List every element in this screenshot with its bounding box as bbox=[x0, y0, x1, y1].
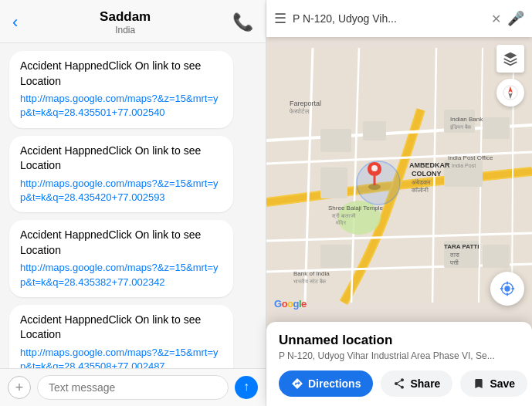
send-button[interactable]: ↑ bbox=[235, 376, 258, 399]
svg-text:AMBEDKAR: AMBEDKAR bbox=[409, 161, 450, 169]
share-icon bbox=[393, 377, 405, 390]
chat-contact-info: Saddam India bbox=[18, 9, 232, 36]
svg-text:श्री बालाजी: श्री बालाजी bbox=[331, 213, 356, 219]
contact-country: India bbox=[18, 25, 232, 36]
message-text-4: Accident HappnedClick On link to see Loc… bbox=[20, 313, 222, 343]
map-layers-button[interactable] bbox=[496, 45, 524, 73]
add-button[interactable]: + bbox=[8, 376, 31, 399]
message-input[interactable] bbox=[37, 375, 229, 400]
svg-text:Fareportal: Fareportal bbox=[290, 100, 321, 107]
svg-point-44 bbox=[504, 286, 510, 291]
back-button[interactable]: ‹ bbox=[12, 12, 18, 32]
message-link-2[interactable]: http://maps.google.com/maps?&z=15&mrt=yp… bbox=[20, 177, 222, 205]
svg-rect-18 bbox=[483, 245, 510, 268]
svg-text:तारा: तारा bbox=[449, 252, 459, 259]
directions-icon bbox=[291, 377, 303, 390]
share-button[interactable]: Share bbox=[381, 370, 452, 397]
menu-icon[interactable]: ☰ bbox=[274, 10, 286, 27]
svg-text:फेरपोर्टल: फेरपोर्टल bbox=[289, 107, 310, 115]
directions-button[interactable]: Directions bbox=[279, 370, 373, 397]
my-location-button[interactable] bbox=[490, 272, 524, 306]
message-bubble-4: Accident HappnedClick On link to see Loc… bbox=[9, 305, 233, 368]
compass-button[interactable] bbox=[496, 79, 524, 107]
message-link-4[interactable]: http://maps.google.com/maps?&z=15&mrt=yp… bbox=[20, 346, 222, 368]
message-link-3[interactable]: http://maps.google.com/maps?&z=15&mrt=yp… bbox=[20, 261, 222, 289]
chat-input-bar: + ↑ bbox=[0, 368, 266, 406]
svg-text:India Post: India Post bbox=[452, 163, 476, 168]
map-search-input[interactable] bbox=[293, 12, 485, 25]
svg-rect-10 bbox=[320, 129, 351, 152]
message-link-1[interactable]: http://maps.google.com/maps?&z=15&mrt=yp… bbox=[20, 92, 222, 120]
svg-text:पत्ती: पत्ती bbox=[449, 259, 459, 266]
svg-text:TARA PATTI: TARA PATTI bbox=[444, 243, 479, 250]
location-title: Unnamed location bbox=[279, 333, 520, 348]
location-subtitle: P N-120, Udyog Vihar Industrial Area Pha… bbox=[279, 350, 520, 361]
contact-name: Saddam bbox=[18, 9, 232, 25]
message-text-2: Accident HappnedClick On link to see Loc… bbox=[20, 144, 222, 174]
message-bubble-2: Accident HappnedClick On link to see Loc… bbox=[9, 136, 233, 213]
send-icon: ↑ bbox=[243, 381, 249, 393]
svg-text:कॉलोनी: कॉलोनी bbox=[411, 186, 429, 194]
svg-text:COLONY: COLONY bbox=[412, 170, 442, 178]
chat-header: ‹ Saddam India 📞 bbox=[0, 0, 266, 43]
phone-button[interactable]: 📞 bbox=[232, 12, 253, 32]
svg-rect-13 bbox=[483, 117, 510, 139]
save-button[interactable]: Save bbox=[460, 370, 527, 397]
map-panel: ☰ ✕ 🎤 bbox=[266, 0, 532, 406]
svg-point-40 bbox=[371, 165, 378, 171]
svg-rect-16 bbox=[320, 245, 351, 268]
svg-rect-11 bbox=[363, 121, 386, 140]
svg-rect-14 bbox=[320, 167, 347, 198]
map-action-buttons: Directions Share Save bbox=[279, 370, 520, 397]
close-icon[interactable]: ✕ bbox=[491, 12, 501, 26]
svg-text:Shree Balaji Temple: Shree Balaji Temple bbox=[328, 205, 384, 211]
save-icon bbox=[473, 377, 485, 390]
svg-text:इंडियन बैंक: इंडियन बैंक bbox=[449, 123, 472, 130]
map-search-bar: ☰ ✕ 🎤 bbox=[266, 0, 532, 37]
svg-text:Bank of India: Bank of India bbox=[293, 270, 330, 277]
svg-text:Indian Bank: Indian Bank bbox=[450, 116, 483, 123]
chat-panel: ‹ Saddam India 📞 Accident HappnedClick O… bbox=[0, 0, 266, 406]
message-bubble-3: Accident HappnedClick On link to see Loc… bbox=[9, 220, 233, 297]
share-label: Share bbox=[410, 377, 440, 390]
svg-text:India Post Office: India Post Office bbox=[448, 154, 493, 161]
mic-icon[interactable]: 🎤 bbox=[507, 10, 524, 27]
svg-text:अंबेडकर: अंबेडकर bbox=[412, 178, 431, 186]
message-text-3: Accident HappnedClick On link to see Loc… bbox=[20, 228, 222, 258]
svg-text:मंदिर: मंदिर bbox=[335, 219, 347, 225]
map-background[interactable]: Fareportal फेरपोर्टल Indian Bank इंडियन … bbox=[266, 37, 532, 313]
directions-label: Directions bbox=[308, 377, 361, 390]
message-text-1: Accident HappnedClick On link to see Loc… bbox=[20, 59, 222, 89]
google-logo: Google bbox=[274, 298, 307, 310]
location-info-card: Unnamed location P N-120, Udyog Vihar In… bbox=[266, 322, 532, 406]
svg-text:भारतीय स्टेट बैंक: भारतीय स्टेट बैंक bbox=[293, 278, 327, 284]
save-label: Save bbox=[490, 377, 515, 390]
message-bubble-1: Accident HappnedClick On link to see Loc… bbox=[9, 51, 233, 128]
chat-messages: Accident HappnedClick On link to see Loc… bbox=[0, 43, 266, 368]
